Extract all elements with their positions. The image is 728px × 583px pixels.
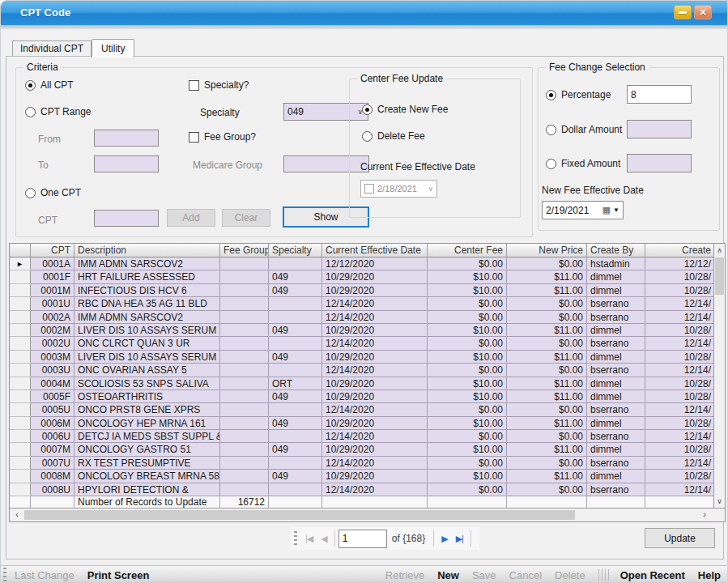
checkbox-specialty[interactable]: Specialty? bbox=[189, 79, 249, 91]
cell-specialty bbox=[269, 403, 322, 416]
percentage-input[interactable] bbox=[627, 85, 692, 104]
cell-create-by: bserrano bbox=[587, 457, 645, 470]
page-number-input[interactable] bbox=[338, 530, 387, 548]
first-page-button[interactable]: |◀ bbox=[301, 534, 317, 544]
table-row[interactable]: 0008M ONCOLOGY BREAST MRNA 58 049 10/29/… bbox=[10, 470, 715, 483]
last-change-button[interactable]: Last Change bbox=[15, 569, 75, 581]
cell-fee-group bbox=[220, 270, 269, 283]
table-row[interactable]: 0002A IMM ADMN SARSCOV2 12/14/2020 $0.00… bbox=[10, 311, 715, 324]
col-header-create-by[interactable]: Create By bbox=[587, 244, 645, 257]
table-row[interactable]: 0001F HRT FAILURE ASSESSED 049 10/29/202… bbox=[10, 270, 715, 283]
cell-specialty: 049 bbox=[269, 270, 322, 283]
cell-center-fee: $0.00 bbox=[428, 257, 507, 270]
fixed-amount-input[interactable] bbox=[627, 154, 692, 172]
print-screen-button[interactable]: Print Screen bbox=[87, 569, 150, 581]
checkbox-fee-group[interactable]: Fee Group? bbox=[189, 130, 256, 143]
table-row[interactable]: 0006M ONCOLOGY HEP MRNA 161 049 10/29/20… bbox=[10, 417, 715, 430]
cell-specialty bbox=[269, 457, 322, 470]
new-fee-date-picker[interactable]: 2/19/2021 ▦ ▼ bbox=[542, 201, 624, 219]
col-header-center-fee[interactable]: Center Fee bbox=[428, 244, 507, 257]
cell-specialty: ORT bbox=[269, 377, 322, 390]
center-fee-update-legend: Center Fee Update bbox=[357, 73, 446, 84]
previous-page-button[interactable]: ◀ bbox=[317, 534, 330, 544]
radio-dollar-amount[interactable]: Dollar Amount bbox=[546, 123, 622, 136]
table-row[interactable]: 0004M SCOLIOSIS 53 SNPS SALIVA ORT 10/29… bbox=[10, 377, 715, 390]
dollar-amount-input[interactable] bbox=[627, 120, 692, 138]
scroll-up-icon[interactable]: ∧ bbox=[714, 245, 725, 257]
save-button[interactable]: Save bbox=[472, 569, 496, 581]
from-input[interactable] bbox=[94, 130, 159, 147]
to-input[interactable] bbox=[94, 155, 159, 172]
vertical-scroll-thumb[interactable] bbox=[715, 257, 724, 295]
open-recent-button[interactable]: Open Recent bbox=[620, 569, 685, 581]
header-indicator-cell bbox=[10, 244, 31, 257]
last-page-button[interactable]: ▶| bbox=[452, 534, 467, 544]
table-row[interactable]: 0003M LIVER DIS 10 ASSAYS SERUM 049 10/2… bbox=[10, 351, 715, 364]
checkbox-icon bbox=[189, 132, 199, 143]
cell-cpt: 0006U bbox=[31, 430, 75, 443]
statusbar-grip[interactable] bbox=[3, 568, 6, 582]
table-row[interactable]: 0003U ONC OVARIAN ASSAY 5 12/14/2020 $0.… bbox=[10, 364, 715, 377]
col-header-fee-group[interactable]: Fee Group bbox=[220, 244, 269, 257]
col-header-current-effective-date[interactable]: Current Effective Date bbox=[322, 244, 428, 257]
vertical-scrollbar[interactable]: ∧ ∨ bbox=[713, 244, 725, 509]
radio-all-cpt[interactable]: All CPT bbox=[25, 79, 74, 91]
table-row[interactable]: 0007U RX TEST PRESUMPTIVE 12/14/2020 $0.… bbox=[10, 457, 715, 470]
cell-current-effective-date: 10/29/2020 bbox=[322, 390, 428, 403]
table-row[interactable]: 0006U DETCJ IA MEDS SBST SUPPL & 12/14/2… bbox=[10, 430, 715, 443]
cell-create: 10/28/ bbox=[645, 377, 715, 390]
cell-current-effective-date: 12/12/2020 bbox=[322, 257, 428, 270]
titlebar-shadow bbox=[1, 25, 728, 29]
scroll-left-icon[interactable]: ‹ bbox=[11, 509, 23, 521]
col-header-description[interactable]: Description bbox=[75, 244, 220, 257]
table-row[interactable]: 0007M ONCOLOGY GASTRO 51 049 10/29/2020 … bbox=[10, 443, 715, 456]
horizontal-scroll-thumb[interactable] bbox=[24, 510, 575, 520]
cancel-button[interactable]: Cancel bbox=[509, 569, 542, 581]
add-button[interactable]: Add bbox=[167, 209, 215, 227]
minimize-button[interactable] bbox=[674, 5, 692, 19]
cell-specialty: 049 bbox=[269, 284, 322, 297]
table-row[interactable]: 0005U ONCO PRST8 GENE XPRS 12/14/2020 $0… bbox=[10, 403, 715, 416]
help-button[interactable]: Help bbox=[698, 569, 721, 581]
tab-individual-cpt[interactable]: Individual CPT bbox=[12, 40, 92, 57]
cell-specialty: 049 bbox=[269, 324, 322, 337]
radio-cpt-range[interactable]: CPT Range bbox=[25, 105, 91, 118]
table-row[interactable]: 0005F OSTEOARTHRITIS 049 10/29/2020 $10.… bbox=[10, 390, 715, 403]
radio-percentage[interactable]: Percentage bbox=[546, 88, 611, 101]
cell-new-price: $0.00 bbox=[507, 483, 587, 496]
to-label: To bbox=[38, 160, 49, 171]
radio-create-new-fee[interactable]: Create New Fee bbox=[362, 103, 448, 116]
table-row[interactable]: 0002U ONC CLRCT QUAN 3 UR 12/14/2020 $0.… bbox=[10, 337, 715, 350]
new-button[interactable]: New bbox=[437, 569, 459, 581]
col-header-cpt[interactable]: CPT bbox=[31, 244, 75, 257]
horizontal-scrollbar[interactable]: ‹ › bbox=[10, 508, 725, 521]
scroll-right-icon[interactable]: › bbox=[699, 509, 710, 521]
table-row[interactable]: 0008U HPYLORI DETECTION & 12/14/2020 $0.… bbox=[10, 483, 715, 496]
table-row[interactable]: 0001M INFECTIOUS DIS HCV 6 049 10/29/202… bbox=[10, 284, 715, 297]
pager-grip[interactable] bbox=[294, 531, 297, 546]
close-button[interactable]: ✕ bbox=[694, 5, 712, 19]
current-row-indicator bbox=[10, 457, 31, 470]
delete-button[interactable]: Delete bbox=[555, 569, 585, 581]
radio-one-cpt[interactable]: One CPT bbox=[25, 186, 81, 199]
col-header-specialty[interactable]: Specialty bbox=[269, 244, 322, 257]
tab-utility[interactable]: Utility bbox=[92, 39, 134, 57]
cell-create: 10/28/ bbox=[645, 284, 715, 297]
col-header-create[interactable]: Create bbox=[645, 244, 715, 257]
retrieve-button[interactable]: Retrieve bbox=[385, 569, 424, 581]
cpt-input[interactable] bbox=[94, 210, 159, 227]
table-row[interactable]: 0002M LIVER DIS 10 ASSAYS SERUM 049 10/2… bbox=[10, 324, 715, 337]
table-row[interactable]: 0001U RBC DNA HEA 35 AG 11 BLD 12/14/202… bbox=[10, 297, 715, 310]
radio-fixed-amount[interactable]: Fixed Amount bbox=[546, 157, 620, 170]
clear-button[interactable]: Clear bbox=[222, 209, 270, 227]
radio-delete-fee[interactable]: Delete Fee bbox=[362, 130, 425, 143]
scroll-down-icon[interactable]: ∨ bbox=[714, 496, 725, 508]
cell-center-fee: $10.00 bbox=[428, 390, 507, 403]
update-button[interactable]: Update bbox=[645, 528, 715, 548]
table-row[interactable]: ► 0001A IMM ADMN SARSCOV2 12/12/2020 $0.… bbox=[10, 257, 715, 270]
next-page-button[interactable]: ▶ bbox=[437, 534, 451, 544]
col-header-new-price[interactable]: New Price bbox=[507, 244, 587, 257]
cell-fee-group bbox=[220, 483, 269, 496]
current-fee-date-picker[interactable]: 2/18/2021 ∨ bbox=[360, 180, 437, 198]
current-row-indicator bbox=[10, 390, 31, 403]
